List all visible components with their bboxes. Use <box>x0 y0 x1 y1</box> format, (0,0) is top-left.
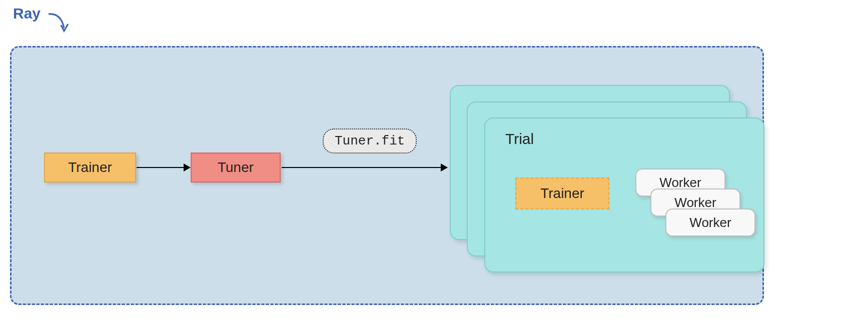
arrow-tuner-trial <box>282 167 442 168</box>
ray-arrow-icon <box>46 9 76 39</box>
worker-label-3: Worker <box>689 215 731 230</box>
arrowhead-tuner-trial <box>441 164 448 172</box>
trial-title: Trial <box>505 130 534 148</box>
trial-trainer-node: Trainer <box>515 178 609 210</box>
trainer-label: Trainer <box>68 160 112 176</box>
worker-card-3: Worker <box>665 208 755 236</box>
worker-label-1: Worker <box>659 175 701 190</box>
ray-container: Trainer Tuner Tuner.fit Trial Trainer Wo… <box>10 46 764 305</box>
worker-label-2: Worker <box>674 195 716 210</box>
tuner-fit-label: Tuner.fit <box>323 128 417 154</box>
trial-card-front: Trial Trainer Worker Worker Worker <box>484 118 764 272</box>
arrow-trainer-tuner <box>137 167 185 168</box>
trainer-node: Trainer <box>44 152 136 182</box>
tuner-node: Tuner <box>191 152 281 182</box>
ray-title-label: Ray <box>13 5 41 22</box>
trial-trainer-label: Trainer <box>540 186 584 202</box>
arrowhead-trainer-tuner <box>184 164 191 172</box>
tuner-label: Tuner <box>218 160 254 176</box>
